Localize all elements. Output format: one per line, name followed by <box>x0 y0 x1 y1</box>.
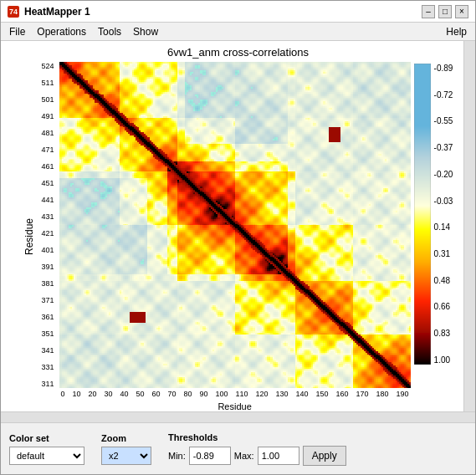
scrollbar-right[interactable] <box>463 41 475 411</box>
apply-button[interactable]: Apply <box>303 446 346 466</box>
main-content: 6vw1_anm cross-correlations Residue 524 … <box>1 41 475 474</box>
zoom-group: Zoom x1 x2 x3 x4 <box>101 433 151 465</box>
zoom-label: Zoom <box>101 433 151 443</box>
legend-label-2: -0.55 <box>434 116 453 125</box>
close-button[interactable]: × <box>455 5 468 18</box>
thresholds-group: Thresholds Min: Max: Apply <box>168 432 346 466</box>
legend-label-10: 0.83 <box>434 329 453 338</box>
color-set-group: Color set default <box>9 433 84 465</box>
menu-bar: File Operations Tools Show Help <box>1 23 475 41</box>
zoom-select[interactable]: x1 x2 x3 x4 <box>101 447 151 465</box>
legend-label-1: -0.72 <box>434 90 453 100</box>
y-axis-label: Residue <box>23 218 35 255</box>
legend-label-5: -0.03 <box>434 197 453 206</box>
legend-bar-wrapper: -0.89 -0.72 -0.55 -0.37 -0.20 -0.03 0.14… <box>414 64 453 365</box>
max-input[interactable] <box>258 447 299 465</box>
title-bar-left: 74 HeatMapper 1 <box>8 6 90 18</box>
legend-bar-canvas <box>414 64 431 365</box>
menu-show[interactable]: Show <box>128 24 163 39</box>
maximize-button[interactable]: □ <box>438 5 452 18</box>
legend-label-8: 0.48 <box>434 276 453 285</box>
menu-help[interactable]: Help <box>441 24 472 39</box>
title-bar-controls: – □ × <box>422 5 468 18</box>
legend-labels: -0.89 -0.72 -0.55 -0.37 -0.20 -0.03 0.14… <box>434 64 453 365</box>
minimize-button[interactable]: – <box>422 5 435 18</box>
min-input[interactable] <box>189 447 231 465</box>
menu-file[interactable]: File <box>4 24 30 39</box>
title-bar: 74 HeatMapper 1 – □ × <box>1 1 475 23</box>
color-set-select[interactable]: default <box>9 447 84 465</box>
menu-bar-items: File Operations Tools Show <box>4 24 163 39</box>
thresholds-inputs: Min: Max: Apply <box>168 446 346 466</box>
max-label: Max: <box>234 451 254 461</box>
x-axis-labels: 0102030405060708090100110120130140150160… <box>59 390 411 398</box>
legend-label-3: -0.37 <box>434 143 453 152</box>
legend-label-9: 0.66 <box>434 302 453 311</box>
color-set-label: Color set <box>9 433 84 443</box>
legend-label-6: 0.14 <box>434 222 453 232</box>
scrollbar-bottom[interactable] <box>1 411 475 422</box>
heatmap-container <box>59 62 411 388</box>
legend-label-11: 1.00 <box>434 355 453 365</box>
legend-container: -0.89 -0.72 -0.55 -0.37 -0.20 -0.03 0.14… <box>414 64 453 365</box>
main-window: 74 HeatMapper 1 – □ × File Operations To… <box>0 0 476 475</box>
chart-area: 6vw1_anm cross-correlations Residue 524 … <box>1 41 475 411</box>
chart-title: 6vw1_anm cross-correlations <box>167 46 309 59</box>
thresholds-label: Thresholds <box>168 432 346 442</box>
legend-label-0: -0.89 <box>434 64 453 73</box>
legend-label-7: 0.31 <box>434 249 453 258</box>
min-label: Min: <box>168 451 186 461</box>
chart-with-axes: Residue 524 511 501 491 481 471 461 451 <box>23 62 453 411</box>
app-logo: 74 <box>8 6 19 18</box>
x-axis-label: Residue <box>218 401 251 411</box>
heatmap-canvas <box>59 62 411 388</box>
window-title: HeatMapper 1 <box>24 6 90 18</box>
bottom-panel: Color set default Zoom x1 x2 x3 x4 Thres… <box>1 422 475 474</box>
y-axis-ticks: 524 511 501 491 481 471 461 451 441 431 … <box>40 62 56 388</box>
chart-wrapper: 0102030405060708090100110120130140150160… <box>59 62 411 411</box>
legend-label-4: -0.20 <box>434 170 453 179</box>
menu-tools[interactable]: Tools <box>93 24 126 39</box>
menu-operations[interactable]: Operations <box>32 24 91 39</box>
chart-and-legend: 0102030405060708090100110120130140150160… <box>59 62 453 411</box>
